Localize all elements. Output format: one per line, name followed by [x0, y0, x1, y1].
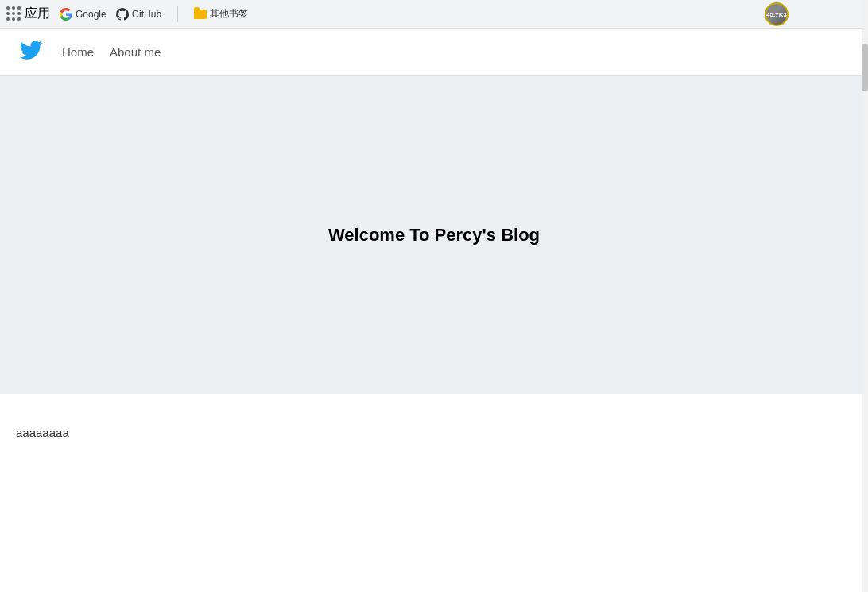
other-bookmarks[interactable]: 其他书签 — [194, 7, 248, 21]
twitter-logo[interactable] — [19, 40, 43, 65]
apps-grid-icon — [6, 6, 21, 21]
bookmarks-bar: 应用 Google GitHub 其他书签 — [6, 6, 862, 22]
twitter-bird-icon — [19, 41, 43, 60]
bookmarks-divider — [177, 6, 178, 22]
scrollbar-track[interactable] — [862, 0, 868, 553]
about-nav-link[interactable]: About me — [110, 45, 161, 59]
github-label: GitHub — [132, 9, 161, 20]
google-label: Google — [76, 9, 107, 20]
hero-title: Welcome To Percy's Blog — [328, 225, 540, 246]
browser-toolbar: 应用 Google GitHub 其他书签 — [0, 0, 868, 29]
top-right-widget: 45.7K3 — [765, 0, 789, 29]
other-bookmarks-label: 其他书签 — [210, 7, 248, 21]
github-bookmark[interactable]: GitHub — [116, 8, 161, 21]
nav-links: Home About me — [62, 45, 161, 59]
google-icon — [60, 8, 72, 21]
folder-icon — [194, 10, 207, 19]
apps-label: 应用 — [25, 6, 50, 22]
hero-section: Welcome To Percy's Blog — [0, 76, 868, 394]
widget-text: 45.7K3 — [766, 11, 787, 18]
main-content: aaaaaaaa — [0, 394, 868, 553]
navbar: Home About me — [0, 29, 868, 76]
widget-circle: 45.7K3 — [765, 2, 789, 26]
apps-button[interactable]: 应用 — [6, 6, 50, 22]
github-icon — [116, 8, 129, 21]
google-bookmark[interactable]: Google — [60, 8, 107, 21]
content-text: aaaaaaaa — [16, 426, 852, 439]
home-nav-link[interactable]: Home — [62, 45, 94, 59]
scrollbar-thumb[interactable] — [862, 44, 868, 91]
